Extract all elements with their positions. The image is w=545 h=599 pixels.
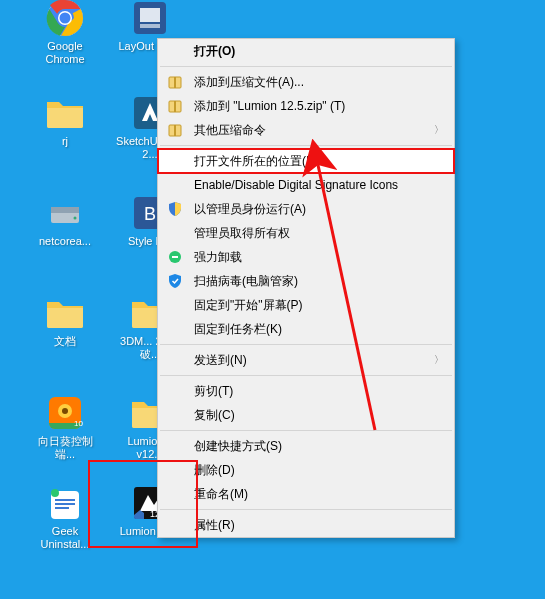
desktop-icon-wendang[interactable]: 文档	[30, 293, 100, 348]
desktop-icon-label: netcorea...	[39, 235, 91, 248]
menu-item-label: 属性(R)	[194, 517, 444, 534]
blank-icon	[166, 406, 184, 424]
desktop-icon-label: 文档	[54, 335, 76, 348]
menu-item-label: 删除(D)	[194, 462, 444, 479]
desktop-icon-rj[interactable]: rj	[30, 93, 100, 148]
menu-separator	[160, 430, 452, 431]
menu-separator	[160, 375, 452, 376]
menu-separator	[160, 344, 452, 345]
menu-item[interactable]: 扫描病毒(电脑管家)	[158, 269, 454, 293]
blank-icon	[166, 152, 184, 170]
menu-item[interactable]: 固定到"开始"屏幕(P)	[158, 293, 454, 317]
svg-point-3	[60, 13, 71, 24]
context-menu: 打开(O)添加到压缩文件(A)...添加到 "Lumion 12.5.zip" …	[157, 38, 455, 538]
menu-item[interactable]: 管理员取得所有权	[158, 221, 454, 245]
blank-icon	[166, 176, 184, 194]
shield-blue-icon	[166, 200, 184, 218]
menu-item-label: 重命名(M)	[194, 486, 444, 503]
svg-rect-29	[174, 125, 176, 136]
layout-icon	[130, 0, 170, 38]
svg-point-21	[51, 489, 59, 497]
sunflower-icon: 10	[45, 393, 85, 433]
menu-item-label: 强力卸载	[194, 249, 444, 266]
menu-item[interactable]: 属性(R)	[158, 513, 454, 537]
svg-rect-31	[172, 256, 178, 258]
desktop-icon-sunflower[interactable]: 10向日葵控制端...	[30, 393, 100, 461]
menu-separator	[160, 509, 452, 510]
blank-icon	[166, 382, 184, 400]
blank-icon	[166, 516, 184, 534]
archive-icon	[166, 97, 184, 115]
uninst-icon	[166, 248, 184, 266]
svg-point-15	[62, 408, 68, 414]
menu-item[interactable]: 打开(O)	[158, 39, 454, 63]
menu-item-label: 打开(O)	[194, 43, 444, 60]
blank-icon	[166, 42, 184, 60]
archive-icon	[166, 121, 184, 139]
desktop-icon-netcorea[interactable]: netcorea...	[30, 193, 100, 248]
blank-icon	[166, 485, 184, 503]
desktop-icon-label: Google Chrome	[30, 40, 100, 66]
submenu-arrow-icon: 〉	[434, 123, 444, 137]
menu-separator	[160, 66, 452, 67]
blank-icon	[166, 461, 184, 479]
desktop-icon-label: Geek Uninstal...	[30, 525, 100, 551]
menu-item[interactable]: 打开文件所在的位置(I)	[158, 149, 454, 173]
svg-rect-18	[55, 499, 75, 501]
menu-item[interactable]: 强力卸载	[158, 245, 454, 269]
menu-item[interactable]: 发送到(N)〉	[158, 348, 454, 372]
desktop-icon-geek[interactable]: Geek Uninstal...	[30, 483, 100, 551]
menu-item-label: 复制(C)	[194, 407, 444, 424]
blank-icon	[166, 351, 184, 369]
menu-item-label: 管理员取得所有权	[194, 225, 444, 242]
desktop-icon-google-chrome[interactable]: Google Chrome	[30, 0, 100, 66]
menu-item-label: 剪切(T)	[194, 383, 444, 400]
menu-item-label: 添加到 "Lumion 12.5.zip" (T)	[194, 98, 444, 115]
blank-icon	[166, 224, 184, 242]
blank-icon	[166, 437, 184, 455]
folder-icon	[45, 93, 85, 133]
menu-item[interactable]: 创建快捷方式(S)	[158, 434, 454, 458]
svg-rect-19	[55, 503, 75, 505]
svg-text:10: 10	[74, 419, 83, 428]
menu-item-label: 发送到(N)	[194, 352, 428, 369]
svg-rect-5	[140, 8, 160, 22]
menu-item-label: 以管理员身份运行(A)	[194, 201, 444, 218]
menu-separator	[160, 145, 452, 146]
menu-item-label: 固定到任务栏(K)	[194, 321, 444, 338]
svg-rect-27	[174, 101, 176, 112]
folder-icon	[45, 293, 85, 333]
blank-icon	[166, 320, 184, 338]
geek-icon	[45, 483, 85, 523]
menu-item[interactable]: 其他压缩命令〉	[158, 118, 454, 142]
svg-rect-20	[55, 507, 69, 509]
menu-item[interactable]: 添加到压缩文件(A)...	[158, 70, 454, 94]
menu-item[interactable]: 固定到任务栏(K)	[158, 317, 454, 341]
menu-item[interactable]: 剪切(T)	[158, 379, 454, 403]
svg-rect-25	[174, 77, 176, 88]
menu-item-label: 扫描病毒(电脑管家)	[194, 273, 444, 290]
blank-icon	[166, 296, 184, 314]
menu-item[interactable]: 重命名(M)	[158, 482, 454, 506]
menu-item-label: 创建快捷方式(S)	[194, 438, 444, 455]
chrome-icon	[45, 0, 85, 38]
menu-item-label: Enable/Disable Digital Signature Icons	[194, 178, 444, 192]
menu-item[interactable]: 添加到 "Lumion 12.5.zip" (T)	[158, 94, 454, 118]
menu-item-label: 添加到压缩文件(A)...	[194, 74, 444, 91]
menu-item[interactable]: 复制(C)	[158, 403, 454, 427]
svg-text:B: B	[144, 204, 156, 224]
desktop-icon-label: 向日葵控制端...	[30, 435, 100, 461]
svg-point-10	[74, 217, 77, 220]
archive-icon	[166, 73, 184, 91]
desktop-icon-label: rj	[62, 135, 68, 148]
menu-item-label: 其他压缩命令	[194, 122, 428, 139]
menu-item[interactable]: Enable/Disable Digital Signature Icons	[158, 173, 454, 197]
menu-item[interactable]: 删除(D)	[158, 458, 454, 482]
svg-rect-9	[51, 207, 79, 213]
submenu-arrow-icon: 〉	[434, 353, 444, 367]
svg-rect-6	[140, 24, 160, 28]
menu-item-label: 打开文件所在的位置(I)	[194, 153, 444, 170]
menu-item[interactable]: 以管理员身份运行(A)	[158, 197, 454, 221]
menu-item-label: 固定到"开始"屏幕(P)	[194, 297, 444, 314]
disk-icon	[45, 193, 85, 233]
